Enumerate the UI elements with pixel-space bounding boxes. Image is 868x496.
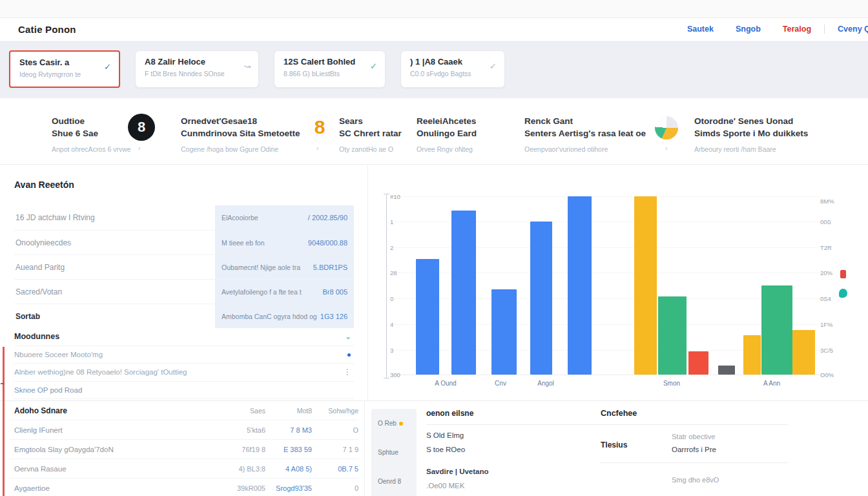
x-axis-label: A Ound: [435, 380, 456, 387]
feature-subtitle: Anpot ohrecAcros 6 vrvwe: [52, 145, 131, 153]
feature-subtitle: Cogene /hoga bow Ggure Odine: [181, 145, 300, 153]
caret-icon: ›: [316, 145, 318, 152]
feature-title: Renck GantSenters Aertisg's rasa leat oe: [524, 115, 646, 140]
nav-link-3[interactable]: Teralog: [783, 25, 811, 34]
y-axis-tick-left: 300: [390, 371, 400, 378]
mid-panel-line: .Oe00 MEK: [426, 482, 626, 490]
y-axis-tick-left: #10: [390, 193, 400, 200]
report-row-value: 5.BDR1PS: [313, 264, 347, 271]
card-subtitle: Ideog Rvtymgrron te: [19, 70, 111, 78]
sales-table: Adoho SdnareSaesMot8Sohw/hgeClienlg IFun…: [9, 401, 358, 496]
mid-sidebar-item-2[interactable]: Sphtue: [371, 438, 417, 467]
y-axis-tick-left: 0: [390, 295, 393, 302]
report-row-label: Aueand Paritg: [14, 263, 215, 272]
link-label: Sknoe OP pod Road: [14, 386, 354, 394]
check-icon: ✓: [104, 62, 111, 72]
feature-item-1[interactable]: OudtioeShue 6 SaeAnpot ohrecAcros 6 vrvw…: [52, 115, 131, 153]
chevron-down-icon[interactable]: ⌄: [345, 332, 351, 341]
caret-icon: ›: [665, 145, 667, 152]
figure-8-orange-icon: 8: [306, 114, 333, 141]
left-scroll-indicator[interactable]: [3, 347, 5, 496]
feature-item-5[interactable]: SearsSC Chrert ratarOty zanotHo ae O: [339, 115, 402, 153]
stat-cards-row: Stes Casir. aIdeog Rvtymgrron te✓A8 Zali…: [0, 42, 868, 98]
right-panel: Cncfehee Tlesius Statr obective Oarrrofs…: [601, 409, 788, 484]
stat-card-4[interactable]: ) 1 |A8 CaaekC0.0 sFvdgo Bagtss✓: [400, 50, 505, 88]
bottom-section: Adoho SdnareSaesMot8Sohw/hgeClienlg IFun…: [0, 400, 868, 496]
y-axis-tick-left: 2: [390, 244, 393, 251]
right-row-line1: Statr obective: [672, 433, 716, 440]
report-link-row-3[interactable]: Alnber wethiog)ne 08 Retyoaelo! Sorciaga…: [14, 364, 354, 382]
cell-value-link[interactable]: Srogd93'35: [265, 484, 312, 492]
app-header: Catie Ponon SautekSngobTeralogCveny Quen: [0, 18, 868, 42]
row-name: Oervna Rasaue: [9, 465, 219, 473]
cell-sales: 76f19 8: [219, 446, 265, 453]
feature-title: Otorodne' Senes UonadSimds Sporte i Mo d…: [694, 115, 808, 140]
mid-sidebar: O RebSphtueOenrd 8: [371, 409, 417, 496]
sales-table-header: Adoho SdnareSaesMot8Sohw/hge: [9, 401, 358, 420]
bar-green-7: [658, 296, 687, 375]
column-header[interactable]: Sohw/hge: [312, 407, 358, 415]
table-row[interactable]: Emgtoola Slay gOaygda'7doN76f19 8E 383 5…: [9, 440, 358, 459]
y-axis-tick-right: 0S4: [820, 295, 831, 302]
card-subtitle: 8.866 G) bLiestBts: [284, 70, 377, 78]
right-row-line2: Oarrrofs i Pre: [672, 446, 716, 453]
legend-marker-drop: [839, 289, 847, 298]
legend-marker-square: [840, 270, 846, 278]
report-panel: Avan Reeetón 16 JD actchaw I RtvingElAco…: [0, 165, 368, 400]
report-row-value: 9048/000.88: [308, 239, 347, 247]
kebab-icon[interactable]: ⋮: [344, 367, 351, 377]
check-icon: ✓: [370, 61, 377, 71]
feature-item-7[interactable]: Renck GantSenters Aertisg's rasa leat oe…: [524, 115, 646, 153]
y-axis-tick-right: 1F%: [820, 321, 833, 328]
column-header[interactable]: Mot8: [265, 407, 312, 415]
link-label: Nbuoere Soceer Mooto'mg: [14, 351, 347, 358]
card-title: A8 Zalir Heloce: [145, 57, 251, 67]
nav-link-2[interactable]: Sngob: [736, 25, 761, 34]
column-header[interactable]: Saes: [219, 407, 265, 415]
table-row[interactable]: Oervna Rasaue4) BL3:84 A08 5)0B.7 5: [9, 459, 358, 479]
row-name: Aygaertioe: [9, 484, 219, 492]
row-name: Clienlg IFunert: [9, 426, 219, 434]
table-row[interactable]: Clienlg IFunert5'kta67 8 M3O: [9, 420, 358, 440]
feature-item-9[interactable]: Otorodne' Senes UonadSimds Sporte i Mo d…: [694, 115, 808, 153]
feature-item-3[interactable]: Ornedvet'Gesae18Cunmdrinova Sita Smetoet…: [181, 115, 300, 153]
feature-subtitle: Arbeoury reorti /ham Baare: [694, 145, 808, 153]
report-row-key: ElAcooiorbe: [222, 214, 308, 222]
y-axis-tick-left: 4: [390, 321, 393, 328]
table-row[interactable]: Aygaertioe39kR005Srogd93'350: [9, 479, 358, 496]
y-axis-tick-right: 20%: [820, 269, 832, 276]
bar-blue-4: [530, 222, 552, 375]
feature-item-6[interactable]: ReeleiAhcetesOnulingo EardOrvee Rngv oNt…: [417, 115, 477, 153]
link-label: Alnber wethiog)ne 08 Retyoaelo! Sorciaga…: [14, 368, 344, 376]
blue-dot-icon[interactable]: ●: [347, 350, 351, 359]
stat-card-1[interactable]: Stes Casir. aIdeog Rvtymgrron te✓: [9, 50, 120, 88]
x-axis-label: Cnv: [495, 380, 506, 387]
card-title: 12S Calert Bohled: [284, 57, 377, 67]
bar-blue-3: [491, 289, 517, 375]
cell-value-link[interactable]: E 383 59: [265, 446, 312, 453]
mid-sidebar-item-3[interactable]: Oenrd 8: [371, 467, 417, 496]
feature-subtitle: Oeenpvaor'vurioned otihore: [524, 145, 646, 153]
stat-card-3[interactable]: 12S Calert Bohled8.866 G) bLiestBts✓: [274, 50, 386, 88]
report-link-row-4[interactable]: Sknoe OP pod Road: [14, 382, 354, 400]
report-link-row-1[interactable]: Moodunnes⌄: [14, 328, 354, 346]
report-link-rows: Moodunnes⌄Nbuoere Soceer Mooto'mg●Alnber…: [14, 328, 354, 399]
cell-value-link[interactable]: 4 A08 5): [265, 465, 312, 473]
nav-link-1[interactable]: Sautek: [687, 25, 714, 34]
y-axis-tick-right: 8M%: [820, 198, 834, 205]
right-panel-row: Tlesius Statr obective Oarrrofs i Pre: [601, 433, 788, 453]
mid-panel-line: S toe ROeo: [426, 446, 626, 453]
bar-red-8: [688, 351, 708, 375]
check-icon: ✓: [490, 61, 497, 71]
nav-link-4[interactable]: Cveny Quen: [838, 25, 868, 34]
cell-value-link[interactable]: 7 8 M3: [265, 426, 312, 434]
report-link-row-2[interactable]: Nbuoere Soceer Mooto'mg●: [14, 346, 354, 364]
stat-card-2[interactable]: A8 Zalir HeloceF tDit Bres Nnndes SOnse↝: [135, 50, 259, 88]
right-panel-heading: Cncfehee: [601, 409, 788, 425]
report-row-label: Onoolynieecdes: [14, 238, 215, 247]
y-axis-tick-right: T2R: [820, 244, 832, 251]
y-axis-tick-left: 28: [390, 269, 397, 276]
feature-subtitle: Oty zanotHo ae O: [339, 145, 402, 153]
mid-sidebar-item-1[interactable]: O Reb: [371, 409, 417, 438]
y-axis-tick-left: 3: [390, 347, 393, 354]
